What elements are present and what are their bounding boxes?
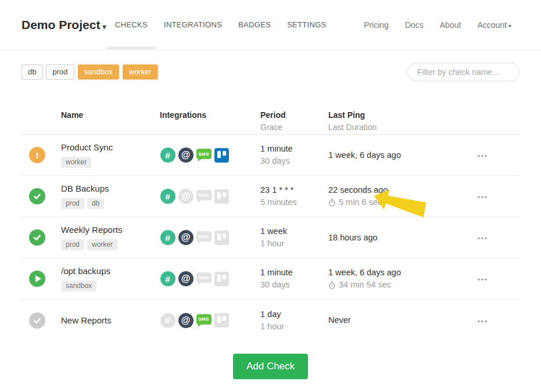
row-menu-button[interactable]: ••• (478, 276, 488, 282)
check-name-link[interactable]: /opt backups (61, 266, 110, 276)
integration-icons: #@SMS (160, 271, 260, 287)
trello-icon (214, 230, 230, 246)
table-header-row: Name Integrations Period Grace Last Ping… (22, 105, 519, 135)
slack-icon: # (160, 148, 175, 163)
grace-value: 30 days (260, 155, 328, 167)
top-navbar: Demo Project▾ CHECKS INTEGRATIONS BADGES… (0, 0, 541, 50)
last-ping-value: 1 week, 6 days ago (328, 149, 478, 161)
tag-filter-sandbox[interactable]: sandbox (78, 64, 119, 80)
lastping-cell: 1 week, 6 days ago (328, 149, 478, 161)
check-tag: prod (61, 239, 84, 250)
status-cell: ! (22, 147, 61, 163)
check-name-link[interactable]: DB Backups (61, 184, 109, 193)
tab-integrations[interactable]: INTEGRATIONS (156, 0, 230, 49)
grace-value: 5 minutes (260, 196, 328, 208)
header-grace: Grace (260, 121, 328, 134)
table-row: /opt backups sandbox #@SMS 1 minute 30 d… (22, 258, 519, 300)
header-period-grace: Period Grace (260, 109, 328, 134)
tab-checks[interactable]: CHECKS (107, 0, 156, 49)
trello-icon (214, 271, 230, 287)
tab-settings[interactable]: SETTINGS (279, 0, 334, 49)
email-icon: @ (178, 148, 194, 163)
check-name-link[interactable]: Weekly Reports (61, 225, 123, 235)
period-cell: 1 minute 30 days (260, 267, 328, 291)
last-ping-value: 18 hours ago (328, 232, 478, 244)
slack-icon: # (160, 189, 175, 204)
slack-icon: # (160, 271, 175, 287)
last-ping-value: Never (328, 314, 478, 326)
row-menu-button[interactable]: ••• (478, 194, 488, 200)
row-menu-button[interactable]: ••• (478, 153, 488, 159)
last-ping-value: 22 seconds ago (328, 184, 478, 196)
menu-cell: ••• (478, 315, 519, 326)
last-duration-value: 5 min 6 sec (328, 196, 478, 208)
check-name-link[interactable]: New Reports (61, 315, 112, 325)
check-tag: db (87, 198, 104, 209)
period-value: 1 week (260, 225, 328, 238)
email-icon: @ (178, 189, 194, 204)
status-cell (22, 271, 61, 287)
header-last-ping: Last Ping (328, 109, 478, 121)
status-icon: ! (29, 147, 45, 163)
grace-value: 1 hour (260, 321, 328, 333)
table-row: ! Product Sync worker #@SMS 1 minute 30 … (22, 135, 519, 176)
last-ping-value: 1 week, 6 days ago (328, 267, 478, 279)
check-tags: worker (61, 156, 154, 168)
sms-icon: SMS (196, 230, 212, 246)
tag-filter-worker[interactable]: worker (123, 64, 158, 80)
check-tag: worker (87, 239, 117, 250)
header-period: Period (260, 109, 328, 121)
nav-link-docs[interactable]: Docs (397, 20, 432, 30)
stopwatch-icon (328, 281, 336, 289)
tag-filter-prod[interactable]: prod (46, 64, 74, 80)
table-row: Weekly Reports prodworker #@SMS 1 week 1… (22, 217, 519, 258)
status-icon (29, 229, 45, 246)
trello-icon (214, 312, 230, 328)
account-label: Account (477, 20, 507, 30)
account-menu[interactable]: Account▾ (469, 20, 519, 30)
play-icon (35, 275, 41, 282)
email-icon: @ (178, 230, 194, 246)
last-duration-value: 34 min 54 sec (328, 279, 478, 291)
name-cell: Weekly Reports prodworker (61, 225, 160, 250)
check-tags: proddb (61, 197, 154, 209)
status-icon (29, 312, 45, 329)
status-icon (29, 188, 45, 204)
menu-cell: ••• (478, 150, 519, 160)
status-icon (29, 271, 45, 287)
menu-cell: ••• (478, 191, 519, 202)
lastping-cell: Never (328, 314, 478, 326)
check-tags: sandbox (61, 280, 154, 292)
name-cell: DB Backups proddb (61, 184, 160, 209)
tag-filter-db[interactable]: db (22, 64, 42, 80)
nav-link-about[interactable]: About (432, 20, 470, 30)
header-lastping-duration: Last Ping Last Duration (328, 109, 478, 134)
integration-icons: #@SMS (160, 230, 260, 246)
tab-badges[interactable]: BADGES (230, 0, 279, 49)
check-name-filter-input[interactable] (407, 63, 519, 81)
check-name-link[interactable]: Product Sync (61, 142, 113, 152)
add-check-button[interactable]: Add Check (233, 354, 308, 379)
chevron-down-icon: ▾ (102, 23, 106, 31)
slack-icon: # (160, 312, 175, 328)
nav-links: Pricing Docs About Account▾ (356, 0, 519, 49)
nav-link-pricing[interactable]: Pricing (356, 20, 397, 30)
check-icon (33, 316, 42, 325)
integration-icons: #@SMS (160, 312, 260, 328)
sms-icon: SMS (196, 189, 212, 204)
period-value: 1 minute (260, 267, 328, 279)
row-menu-button[interactable]: ••• (478, 235, 488, 241)
stopwatch-icon (328, 199, 336, 207)
project-switcher[interactable]: Demo Project▾ (22, 18, 107, 32)
check-tag: prod (61, 198, 84, 209)
row-menu-button[interactable]: ••• (478, 318, 488, 324)
check-icon (33, 192, 42, 201)
integration-icons: #@SMS (160, 148, 260, 163)
status-cell (22, 312, 61, 329)
check-tag: worker (61, 157, 91, 168)
lastping-cell: 1 week, 6 days ago 34 min 54 sec (328, 267, 478, 291)
filter-bar: db prod sandbox worker (22, 63, 519, 81)
menu-cell: ••• (478, 274, 519, 284)
check-icon (33, 233, 42, 242)
name-cell: Product Sync worker (61, 142, 160, 168)
